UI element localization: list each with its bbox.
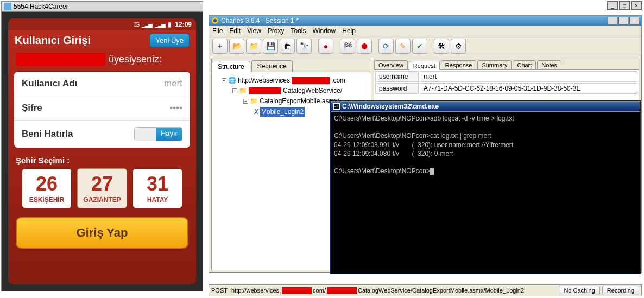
tab-response[interactable]: Response bbox=[441, 60, 477, 69]
login-button[interactable]: Giriş Yap bbox=[16, 217, 188, 249]
close-button[interactable]: × bbox=[629, 17, 639, 24]
charles-title-text: Charles 3.6.4 - Session 1 * bbox=[221, 17, 608, 24]
tab-structure[interactable]: Structure bbox=[212, 61, 250, 72]
param-value: mert bbox=[420, 71, 637, 82]
password-value: •••• bbox=[169, 103, 182, 113]
redacted-path bbox=[327, 287, 357, 294]
no-caching-button[interactable]: No Caching bbox=[559, 286, 599, 295]
remember-label: Beni Hatırla bbox=[22, 129, 73, 140]
cmd-title-text: C:\Windows\system32\cmd.exe bbox=[342, 103, 637, 110]
collapse-icon[interactable]: − bbox=[222, 78, 226, 83]
password-row[interactable]: Şifre •••• bbox=[14, 96, 190, 121]
app-header: Kullanıcı Girişi Yeni Üye bbox=[8, 30, 196, 53]
city-name: GAZİANTEP bbox=[80, 196, 124, 204]
param-value: A7-71-DA-5D-CC-62-18-16-09-05-31-1D-9D-3… bbox=[420, 83, 637, 94]
tab-sequence[interactable]: Sequence bbox=[251, 60, 293, 72]
tree-host-row[interactable]: − 🌐 http://webservices.com bbox=[214, 75, 369, 86]
minimize-button[interactable]: _ bbox=[608, 17, 617, 24]
svg-point-2 bbox=[213, 19, 217, 22]
edit-icon[interactable]: ✎ bbox=[395, 39, 411, 54]
new-session-icon[interactable]: ＋ bbox=[212, 39, 228, 54]
folder-icon: 📁 bbox=[250, 96, 258, 106]
close-session-icon[interactable]: 📁 bbox=[246, 39, 261, 54]
tab-request[interactable]: Request bbox=[409, 61, 440, 70]
validate-icon[interactable]: ✔ bbox=[412, 39, 427, 54]
globe-icon: 🌐 bbox=[228, 75, 236, 86]
username-row[interactable]: Kullanıcı Adı mert bbox=[14, 72, 190, 96]
menu-view[interactable]: View bbox=[247, 27, 261, 35]
collapse-icon[interactable]: − bbox=[232, 88, 237, 93]
minimize-button[interactable]: _ bbox=[607, 1, 618, 10]
signal-icon: ▁▃▅ bbox=[142, 22, 151, 28]
tree-host-prefix: http://webservices bbox=[238, 75, 290, 86]
username-value: mert bbox=[164, 78, 182, 89]
menu-tools[interactable]: Tools bbox=[291, 27, 306, 35]
tree-host-suffix: .com bbox=[331, 75, 345, 86]
emulator-body: 3G ▁▃▅ ▁▃▅ ▮ 12:09 Kullanıcı Girişi Yeni… bbox=[1, 12, 203, 291]
delete-icon[interactable]: 🗑 bbox=[280, 39, 295, 54]
menu-edit[interactable]: Edit bbox=[229, 27, 241, 35]
cmd-cursor bbox=[430, 168, 434, 175]
collapse-icon[interactable]: − bbox=[243, 99, 248, 104]
tree-leaf: Mobile_Login2 bbox=[260, 107, 305, 117]
city-card[interactable]: 26 ESKİŞEHİR bbox=[22, 168, 72, 208]
tab-summary[interactable]: Summary bbox=[477, 60, 512, 69]
redacted-host bbox=[282, 287, 312, 294]
emulator-title-text: 5554:Hack4Career bbox=[14, 3, 200, 10]
city-name: ESKİŞEHİR bbox=[24, 196, 69, 204]
record-icon[interactable]: ● bbox=[318, 39, 333, 54]
cmd-terminal[interactable]: C:\Users\Mert\Desktop\NOPcon>adb logcat … bbox=[331, 112, 640, 274]
open-icon[interactable]: 📂 bbox=[229, 39, 244, 54]
find-icon[interactable]: 🔭 bbox=[296, 39, 312, 54]
new-member-button[interactable]: Yeni Üye bbox=[149, 34, 190, 47]
folder-icon: 📁 bbox=[239, 86, 247, 96]
menu-window[interactable]: Window bbox=[313, 27, 336, 35]
svg-rect-0 bbox=[4, 3, 11, 10]
city-card[interactable]: 31 HATAY bbox=[132, 168, 182, 208]
charles-titlebar: Charles 3.6.4 - Session 1 * _ □ × bbox=[209, 15, 642, 26]
menu-proxy[interactable]: Proxy bbox=[268, 27, 285, 35]
remember-toggle[interactable]: Hayır bbox=[134, 127, 182, 141]
charles-window-controls: _ □ × bbox=[608, 17, 639, 24]
emulator-titlebar: 5554:Hack4Career bbox=[1, 1, 203, 12]
close-button[interactable]: × bbox=[631, 1, 642, 10]
remember-row: Beni Hatırla Hayır bbox=[14, 121, 190, 148]
maximize-button[interactable]: □ bbox=[618, 17, 628, 24]
recording-button[interactable]: Recording bbox=[602, 286, 639, 295]
table-row[interactable]: password A7-71-DA-5D-CC-62-18-16-09-05-3… bbox=[375, 83, 637, 94]
menu-help[interactable]: Help bbox=[342, 27, 356, 35]
repeat-icon[interactable]: ⟳ bbox=[378, 39, 394, 54]
throttle-icon[interactable]: 🏁 bbox=[340, 39, 355, 54]
cmd-icon bbox=[333, 103, 340, 110]
city-picker: 26 ESKİŞEHİR 27 GAZİANTEP 31 HATAY bbox=[8, 168, 196, 208]
breakpoint-icon[interactable]: ⬢ bbox=[357, 39, 372, 54]
city-number: 31 bbox=[135, 174, 180, 194]
android-statusbar: 3G ▁▃▅ ▁▃▅ ▮ 12:09 bbox=[8, 18, 196, 30]
host-window-controls: _ □ × bbox=[607, 1, 642, 10]
tab-chart[interactable]: Chart bbox=[513, 60, 536, 69]
redacted-brand bbox=[16, 53, 105, 66]
cmd-titlebar: C:\Windows\system32\cmd.exe bbox=[331, 101, 640, 112]
device-screen: 3G ▁▃▅ ▁▃▅ ▮ 12:09 Kullanıcı Girişi Yeni… bbox=[8, 18, 196, 284]
tools-icon[interactable]: 🛠 bbox=[434, 39, 449, 54]
tree-path2: CatalogExportMobile.asmx/ bbox=[260, 96, 339, 106]
maximize-button[interactable]: □ bbox=[619, 1, 630, 10]
save-icon[interactable]: 💾 bbox=[263, 39, 278, 54]
xml-icon: X bbox=[254, 107, 258, 117]
table-row[interactable]: username mert bbox=[375, 71, 637, 82]
cmd-window: C:\Windows\system32\cmd.exe C:\Users\Mer… bbox=[330, 100, 641, 274]
remember-value: Hayır bbox=[156, 128, 182, 141]
tree-path1: CatalogWebService/ bbox=[283, 86, 342, 96]
member-prompt-text: üyesiyseniz: bbox=[109, 54, 162, 65]
tab-overview[interactable]: Overview bbox=[374, 60, 408, 69]
tab-notes[interactable]: Notes bbox=[537, 60, 561, 69]
city-card-selected[interactable]: 27 GAZİANTEP bbox=[77, 168, 127, 208]
cmd-output: C:\Users\Mert\Desktop\NOPcon>adb logcat … bbox=[334, 115, 514, 175]
settings-icon[interactable]: ⚙ bbox=[451, 39, 466, 54]
tree-path1-row[interactable]: − 📁 CatalogWebService/ bbox=[214, 86, 369, 96]
right-tabs: Overview Request Response Summary Chart … bbox=[374, 59, 639, 70]
param-key: username bbox=[375, 71, 419, 82]
left-tabs: Structure Sequence bbox=[212, 59, 371, 72]
menu-file[interactable]: File bbox=[212, 27, 223, 35]
redacted-host bbox=[292, 77, 330, 84]
